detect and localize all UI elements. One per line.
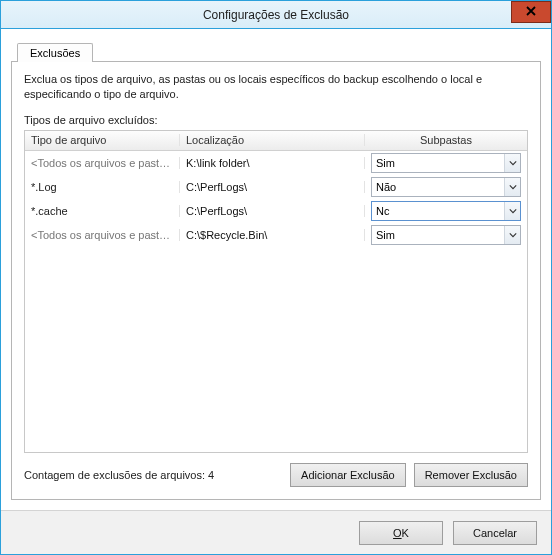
table-actions: Adicionar Exclusão Remover Exclusão — [290, 463, 528, 487]
button-label: OK — [393, 527, 409, 539]
subfolders-combo[interactable]: Nc — [371, 201, 521, 221]
combo-value: Não — [372, 181, 504, 193]
chevron-down-icon[interactable] — [504, 178, 520, 196]
cell-location: C:\PerfLogs\ — [180, 181, 365, 193]
col-header-subfolders[interactable]: Subpastas — [365, 134, 527, 146]
table-row[interactable]: <Todos os arquivos e pastas>C:\$Recycle.… — [25, 223, 527, 247]
dialog-footer: OK Cancelar — [1, 510, 551, 554]
close-button[interactable] — [511, 1, 551, 23]
add-exclusion-button[interactable]: Adicionar Exclusão — [290, 463, 406, 487]
tabstrip: Exclusões — [11, 39, 541, 61]
tab-label: Exclusões — [30, 47, 80, 59]
tab-exclusions[interactable]: Exclusões — [17, 43, 93, 62]
chevron-down-icon[interactable] — [504, 154, 520, 172]
description-text: Exclua os tipos de arquivo, as pastas ou… — [24, 72, 528, 102]
col-header-filetype[interactable]: Tipo de arquivo — [25, 134, 180, 146]
subfolders-combo[interactable]: Sim — [371, 225, 521, 245]
button-label: Adicionar Exclusão — [301, 469, 395, 481]
cell-location: C:\$Recycle.Bin\ — [180, 229, 365, 241]
ok-button[interactable]: OK — [359, 521, 443, 545]
table-row[interactable]: *.LogC:\PerfLogs\Não — [25, 175, 527, 199]
table-row[interactable]: *.cacheC:\PerfLogs\Nc — [25, 199, 527, 223]
cell-subfolders: Sim — [365, 153, 527, 173]
chevron-down-icon[interactable] — [504, 202, 520, 220]
close-icon — [526, 6, 536, 18]
table-body: <Todos os arquivos e pastas>K:\link fold… — [25, 151, 527, 452]
table-header: Tipo de arquivo Localização Subpastas — [25, 131, 527, 151]
subfolders-combo[interactable]: Não — [371, 177, 521, 197]
cell-subfolders: Não — [365, 177, 527, 197]
cell-filetype: <Todos os arquivos e pastas> — [25, 229, 180, 241]
combo-value: Sim — [372, 157, 504, 169]
chevron-down-icon[interactable] — [504, 226, 520, 244]
combo-value: Nc — [372, 205, 504, 217]
table-row[interactable]: <Todos os arquivos e pastas>K:\link fold… — [25, 151, 527, 175]
cancel-button[interactable]: Cancelar — [453, 521, 537, 545]
cell-subfolders: Sim — [365, 225, 527, 245]
subfolders-combo[interactable]: Sim — [371, 153, 521, 173]
titlebar: Configurações de Exclusão — [1, 1, 551, 29]
exclusions-table: Tipo de arquivo Localização Subpastas <T… — [24, 130, 528, 453]
cell-location: K:\link folder\ — [180, 157, 365, 169]
button-label: Remover Exclusão — [425, 469, 517, 481]
dialog-window: Configurações de Exclusão Exclusões Excl… — [0, 0, 552, 555]
cell-filetype: <Todos os arquivos e pastas> — [25, 157, 180, 169]
button-label: Cancelar — [473, 527, 517, 539]
remove-exclusion-button[interactable]: Remover Exclusão — [414, 463, 528, 487]
cell-filetype: *.Log — [25, 181, 180, 193]
cell-filetype: *.cache — [25, 205, 180, 217]
cell-location: C:\PerfLogs\ — [180, 205, 365, 217]
client-area: Exclusões Exclua os tipos de arquivo, as… — [1, 29, 551, 510]
tab-panel: Exclua os tipos de arquivo, as pastas ou… — [11, 61, 541, 500]
col-header-location[interactable]: Localização — [180, 134, 365, 146]
exclusion-count: Contagem de exclusões de arquivos: 4 — [24, 469, 214, 481]
list-heading: Tipos de arquivo excluídos: — [24, 114, 528, 126]
table-footer: Contagem de exclusões de arquivos: 4 Adi… — [24, 463, 528, 487]
window-title: Configurações de Exclusão — [203, 8, 349, 22]
combo-value: Sim — [372, 229, 504, 241]
cell-subfolders: Nc — [365, 201, 527, 221]
